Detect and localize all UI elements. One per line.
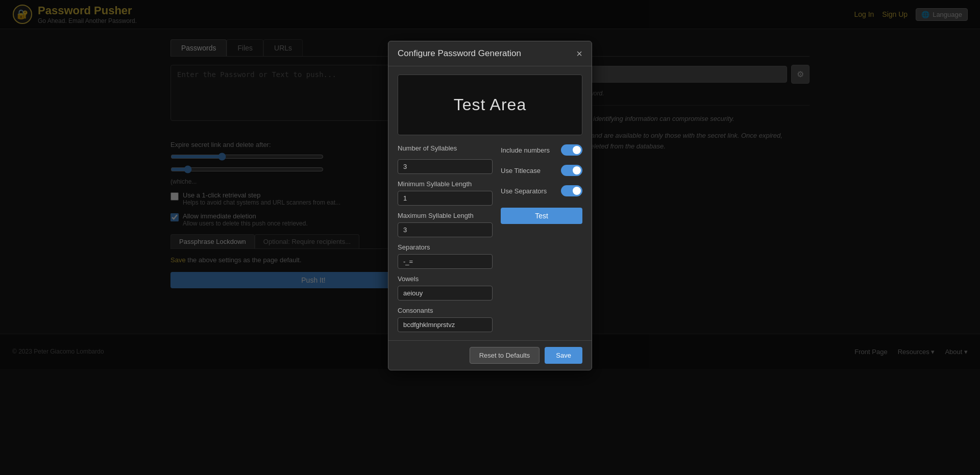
include-numbers-label: Include numbers xyxy=(501,146,550,154)
modal-overlay: Configure Password Generation × Test Are… xyxy=(0,0,980,475)
configure-modal: Configure Password Generation × Test Are… xyxy=(388,41,592,370)
separators-section: Separators xyxy=(398,243,493,269)
syllables-input[interactable] xyxy=(398,159,493,174)
separators-slider xyxy=(561,185,582,196)
min-syllable-section: Minimum Syllable Length xyxy=(398,180,493,206)
consonants-input[interactable] xyxy=(398,317,493,332)
vowels-label: Vowels xyxy=(398,275,493,283)
modal-close-button[interactable]: × xyxy=(576,48,582,59)
titlecase-row: Use Titlecase xyxy=(501,165,582,176)
separators-toggle[interactable] xyxy=(561,185,582,196)
titlecase-label: Use Titlecase xyxy=(501,167,541,174)
separators-toggle-row: Use Separators xyxy=(501,185,582,196)
vowels-section: Vowels xyxy=(398,275,493,301)
modal-title: Configure Password Generation xyxy=(398,48,521,59)
modal-body: Test Area Number of Syllables Minimum Sy… xyxy=(388,66,592,340)
reset-defaults-button[interactable]: Reset to Defaults xyxy=(470,347,540,364)
test-area-box: Test Area xyxy=(398,74,582,135)
consonants-label: Consonants xyxy=(398,307,493,314)
separators-label: Separators xyxy=(398,243,493,251)
modal-right-col: Include numbers Use Titlecase xyxy=(501,144,582,332)
separators-toggle-label: Use Separators xyxy=(501,187,547,195)
include-numbers-slider xyxy=(561,144,582,156)
min-syllable-label: Minimum Syllable Length xyxy=(398,180,493,188)
vowels-input[interactable] xyxy=(398,286,493,301)
include-numbers-row: Include numbers xyxy=(501,144,582,156)
titlecase-slider xyxy=(561,165,582,176)
max-syllable-section: Maximum Syllable Length xyxy=(398,212,493,237)
min-syllable-input[interactable] xyxy=(398,191,493,206)
modal-footer: Reset to Defaults Save xyxy=(388,340,592,370)
max-syllable-input[interactable] xyxy=(398,222,493,237)
modal-save-button[interactable]: Save xyxy=(545,347,582,364)
include-numbers-toggle[interactable] xyxy=(561,144,582,156)
separators-input[interactable] xyxy=(398,254,493,269)
syllables-label: Number of Syllables xyxy=(398,144,479,152)
test-area-text: Test Area xyxy=(454,95,526,114)
syllables-row: Number of Syllables xyxy=(398,144,493,152)
modal-left-col: Number of Syllables Minimum Syllable Len… xyxy=(398,144,493,332)
modal-two-col: Number of Syllables Minimum Syllable Len… xyxy=(398,144,582,332)
test-button[interactable]: Test xyxy=(501,208,582,224)
max-syllable-label: Maximum Syllable Length xyxy=(398,212,493,219)
titlecase-toggle[interactable] xyxy=(561,165,582,176)
consonants-section: Consonants xyxy=(398,307,493,332)
modal-header: Configure Password Generation × xyxy=(388,41,592,66)
